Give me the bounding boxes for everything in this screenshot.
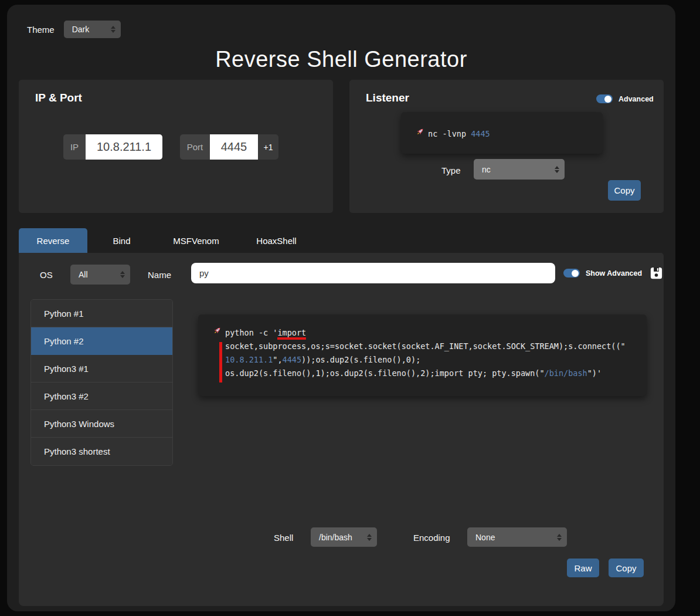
listener-command: nc -lvnp 4445: [428, 127, 490, 141]
select-arrows-icon: [120, 271, 125, 278]
tab-bind[interactable]: Bind: [87, 228, 156, 253]
listener-advanced-row: Advanced: [596, 94, 654, 103]
os-select-value: All: [79, 270, 88, 279]
os-label: OS: [40, 270, 53, 280]
type-label: Type: [441, 165, 461, 175]
payload-command: python -c 'import socket,subprocess,os;s…: [225, 326, 626, 380]
command-token-accent: 10.8.211.1: [225, 355, 273, 364]
shell-list-item[interactable]: Python #1: [31, 300, 172, 327]
ip-port-heading: IP & Port: [35, 92, 82, 104]
tab-hoaxshell[interactable]: HoaxShell: [236, 228, 317, 253]
shell-list: Python #1Python #2Python3 #1Python3 #2Py…: [30, 299, 173, 466]
red-annotation-bar: [219, 342, 222, 383]
advanced-label: Advanced: [619, 95, 654, 103]
command-token-accent: 4445: [471, 129, 490, 138]
name-input[interactable]: [191, 263, 555, 283]
command-token: import: [277, 328, 306, 340]
theme-select[interactable]: Dark: [64, 21, 121, 38]
show-advanced-label: Show Advanced: [586, 269, 642, 277]
port-input[interactable]: [210, 134, 258, 160]
command-token: nc -lvnp: [428, 129, 471, 138]
page-title: Reverse Shell Generator: [7, 47, 675, 72]
ip-port-panel: IP & Port IP Port +1: [19, 80, 333, 213]
shell-list-item[interactable]: Python3 #1: [31, 355, 172, 383]
command-token: socket,subprocess,os;s=socket.socket(soc…: [225, 341, 626, 351]
command-token-accent: /bin/bash: [545, 368, 587, 378]
os-select[interactable]: All: [70, 265, 130, 285]
tab-bar: ReverseBindMSFVenomHoaxShell: [19, 228, 317, 253]
shell-list-item[interactable]: Python3 #2: [31, 383, 172, 410]
port-label: Port: [180, 134, 210, 160]
name-label: Name: [148, 270, 171, 280]
listener-panel: Listener Advanced nc -lvnp 4445 Type: [349, 80, 664, 213]
save-icon[interactable]: [650, 267, 662, 279]
listener-heading: Listener: [366, 92, 409, 104]
select-arrows-icon: [367, 534, 372, 541]
command-token: ",: [273, 355, 282, 364]
select-arrows-icon: [555, 166, 559, 173]
rocket-icon: [213, 326, 222, 337]
theme-row: Theme Dark: [27, 21, 121, 38]
ip-input[interactable]: [86, 134, 162, 160]
reverse-panel: OS All Name Show Advanced Python #1Pytho…: [19, 253, 664, 606]
theme-select-value: Dark: [72, 25, 90, 34]
encoding-select[interactable]: None: [467, 527, 567, 547]
payload-command-block[interactable]: python -c 'import socket,subprocess,os;s…: [198, 314, 647, 396]
increment-port-button[interactable]: +1: [258, 134, 278, 160]
shell-label: Shell: [274, 533, 293, 543]
shell-select[interactable]: /bin/bash: [311, 527, 377, 547]
encoding-select-value: None: [475, 533, 495, 542]
encoding-label: Encoding: [413, 533, 450, 543]
listener-copy-button[interactable]: Copy: [608, 180, 641, 201]
command-token: ")': [587, 368, 602, 378]
tab-msfvenom[interactable]: MSFVenom: [156, 228, 236, 253]
advanced-toggle[interactable]: [596, 94, 613, 103]
app-container: Theme Dark Reverse Shell Generator IP & …: [7, 5, 675, 611]
copy-button[interactable]: Copy: [609, 559, 644, 577]
shell-list-item[interactable]: Python #2: [31, 327, 172, 355]
show-advanced-row: Show Advanced: [563, 267, 662, 279]
command-token-accent: 4445: [283, 355, 302, 364]
tab-reverse[interactable]: Reverse: [19, 228, 87, 253]
listener-command-block[interactable]: nc -lvnp 4445: [401, 112, 603, 154]
command-token: python -c ': [225, 328, 277, 337]
rocket-icon: [416, 127, 424, 138]
ip-input-group: IP: [63, 134, 162, 160]
theme-label: Theme: [27, 25, 55, 35]
type-select-value: nc: [482, 165, 491, 174]
show-advanced-toggle[interactable]: [563, 269, 580, 277]
ip-label: IP: [63, 134, 86, 160]
shell-select-value: /bin/bash: [319, 533, 352, 542]
select-arrows-icon: [111, 26, 115, 33]
shell-list-item[interactable]: Python3 Windows: [31, 410, 172, 438]
shell-list-item[interactable]: Python3 shortest: [31, 438, 172, 465]
select-arrows-icon: [557, 534, 562, 541]
port-input-group: Port +1: [180, 134, 278, 160]
raw-button[interactable]: Raw: [567, 559, 599, 577]
type-select[interactable]: nc: [474, 159, 565, 180]
